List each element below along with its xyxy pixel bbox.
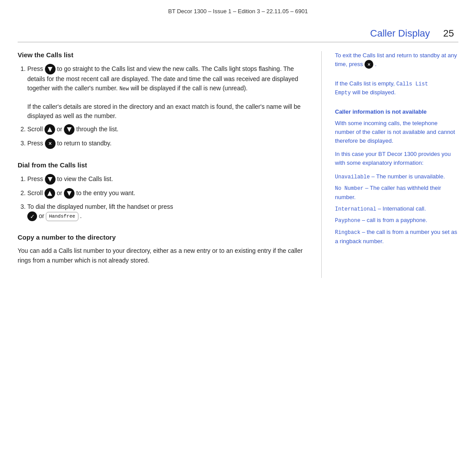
or-text-2: or (57, 189, 64, 196)
page-header: BT Decor 1300 – Issue 1 – Edition 3 – 22… (0, 0, 476, 19)
step1-text: to go straight to the Calls list and vie… (27, 65, 298, 92)
through-list: through the list. (76, 126, 119, 133)
return-standby: to return to standby. (57, 140, 112, 147)
international-mono: International (335, 206, 376, 212)
unavailable-text: – The number is unavailable. (372, 173, 445, 180)
tick-icon: ✓ (27, 211, 37, 221)
page-number: 25 (443, 28, 454, 39)
view-step-3: Press × to return to standby. (27, 138, 308, 149)
will-be-displayed: will be displayed. (353, 89, 396, 96)
caller-info-body1: With some incoming calls, the telephone … (335, 119, 458, 145)
to-entry: to the entry you want. (76, 189, 135, 196)
international-item: International – International call. (335, 204, 458, 214)
page-top-area: Caller Display 25 (0, 19, 476, 42)
scroll-label: Scroll (27, 126, 45, 133)
exit-note-suffix: . (375, 61, 377, 67)
period: . (80, 212, 82, 219)
exit-note: To exit the Calls list and return to sta… (335, 51, 458, 69)
calls-icon-3 (45, 174, 56, 185)
payphone-text: – call is from a payphone. (362, 217, 427, 223)
main-content: View the Calls list Press to go straight… (0, 42, 476, 287)
dial-step3-text: To dial the displayed number, lift the h… (27, 203, 173, 210)
no-number-item: No Number – The caller has withheld thei… (335, 184, 458, 202)
right-column: To exit the Calls list and return to sta… (322, 51, 458, 278)
no-number-mono: No Number (335, 185, 364, 192)
calls-icon (45, 64, 56, 74)
caller-info-block: Caller information is not available With… (335, 107, 458, 246)
or-text-1: or (57, 126, 64, 133)
copy-section: Copy a number to the directory You can a… (18, 233, 308, 265)
scroll-label-2: Scroll (27, 189, 45, 196)
payphone-mono: Payphone (335, 218, 361, 224)
left-column: View the Calls list Press to go straight… (18, 51, 322, 278)
dial-calls-title: Dial from the Calls list (18, 161, 308, 169)
view-calls-list: to view the Calls list. (57, 175, 113, 182)
x-icon-small: × (364, 60, 373, 69)
copy-body: You can add a Calls list number to your … (18, 246, 308, 265)
caller-info-title: Caller information is not available (335, 107, 458, 117)
section-name: Caller Display (370, 28, 430, 39)
redial-icon-2 (45, 188, 55, 199)
unavailable-mono: Unavailable (335, 174, 370, 180)
exit-note-text: To exit the Calls list and return to sta… (335, 52, 457, 67)
press-label-2: Press (27, 175, 45, 182)
redial-icon (45, 124, 55, 135)
new-label: New (119, 86, 129, 92)
copy-title: Copy a number to the directory (18, 233, 308, 241)
handsfree-button: Handsfree (46, 212, 78, 221)
x-icon: × (45, 138, 56, 149)
calls-icon-2 (64, 124, 74, 135)
view-calls-section: View the Calls list Press to go straight… (18, 51, 308, 149)
ringback-mono: Ringback (335, 230, 361, 236)
empty-note: If the Calls list is empty, Calls ListEm… (335, 79, 458, 97)
dial-step-1: Press to view the Calls list. (27, 174, 308, 185)
view-step-1: Press to go straight to the Calls list a… (27, 64, 308, 121)
view-step-2: Scroll or through the list. (27, 124, 308, 135)
header-title: BT Decor 1300 – Issue 1 – Edition 3 – 22… (168, 8, 308, 15)
calls-icon-4 (64, 188, 74, 199)
dial-step-3: To dial the displayed number, lift the h… (27, 202, 308, 221)
dial-calls-section: Dial from the Calls list Press to view t… (18, 161, 308, 221)
press-label: Press (27, 140, 45, 147)
international-text: – International call. (378, 205, 426, 212)
caller-info-body2: In this case your BT Decor 1300 provides… (335, 150, 458, 167)
view-calls-title: View the Calls list (18, 51, 308, 59)
or-text-3: or (39, 212, 46, 219)
unavailable-item: Unavailable – The number is unavailable. (335, 172, 458, 181)
step1-para2: If the caller's details are stored in th… (27, 103, 301, 119)
dial-step-2: Scroll or to the entry you want. (27, 188, 308, 199)
empty-note-prefix: If the Calls list is empty, (335, 80, 395, 87)
ringback-item: Ringback – the call is from a number you… (335, 228, 458, 246)
payphone-item: Payphone – call is from a payphone. (335, 216, 458, 225)
